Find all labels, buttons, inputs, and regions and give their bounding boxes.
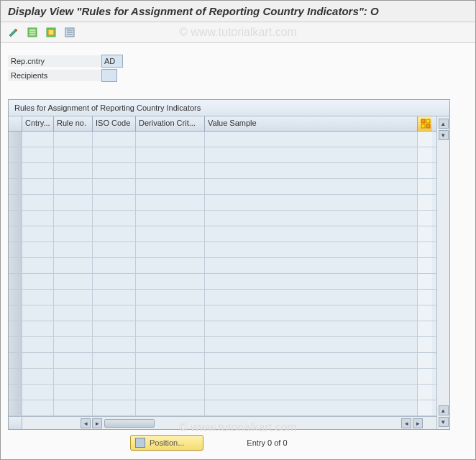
col-derivation-crit[interactable]: Derivation Crit... — [136, 116, 205, 131]
select-block-icon[interactable] — [44, 25, 58, 40]
table-row[interactable] — [9, 195, 436, 211]
position-icon — [135, 438, 145, 448]
hscroll-left-icon[interactable]: ▸ — [92, 418, 102, 428]
hscroll-first-icon[interactable]: ◂ — [81, 418, 91, 428]
table-row[interactable] — [9, 290, 436, 305]
table-row[interactable] — [9, 211, 436, 226]
col-country[interactable]: Cntry... — [22, 116, 54, 131]
table-row[interactable] — [9, 305, 436, 321]
toolbar — [1, 22, 475, 43]
table-section: Rules for Assignment of Reporting Countr… — [8, 99, 450, 430]
table-row[interactable] — [9, 242, 436, 258]
rep-country-label: Rep.cntry — [8, 55, 101, 67]
table-row[interactable] — [9, 147, 436, 163]
table-row[interactable] — [9, 226, 436, 242]
vscroll-up-icon[interactable]: ▴ — [439, 119, 449, 129]
table-row[interactable] — [9, 337, 436, 353]
table-header-row: Cntry... Rule no. ISO Code Derivation Cr… — [9, 116, 436, 132]
recipients-field[interactable] — [101, 69, 117, 82]
svg-rect-5 — [48, 29, 54, 35]
table-body — [9, 132, 436, 416]
table-row[interactable] — [9, 179, 436, 195]
recipients-label: Recipients — [8, 70, 101, 81]
select-all-icon[interactable] — [25, 25, 40, 40]
svg-rect-12 — [421, 124, 425, 128]
table-row[interactable] — [9, 400, 436, 416]
form-area: Rep.cntry Recipients — [1, 43, 475, 92]
svg-rect-13 — [426, 124, 430, 128]
table-row[interactable] — [9, 369, 436, 385]
vscroll-down2-icon[interactable]: ▴ — [439, 405, 449, 415]
table-row[interactable] — [9, 321, 436, 337]
table-row[interactable] — [9, 258, 436, 274]
table-row[interactable] — [9, 353, 436, 369]
col-rule-no[interactable]: Rule no. — [54, 116, 93, 131]
vscroll-up2-icon[interactable]: ▾ — [439, 130, 449, 140]
svg-rect-10 — [421, 119, 425, 123]
horizontal-scrollbar[interactable]: ◂ ▸ ◂ ▸ — [9, 416, 436, 429]
deselect-all-icon[interactable] — [63, 25, 77, 40]
table-row[interactable] — [9, 132, 436, 147]
table-config-icon[interactable] — [418, 116, 432, 131]
table-row[interactable] — [9, 385, 436, 400]
hscroll-thumb[interactable] — [104, 419, 155, 428]
row-selector-header[interactable] — [9, 116, 22, 131]
footer-bar: Position... Entry 0 of 0 — [1, 435, 475, 451]
vscroll-down-icon[interactable]: ▾ — [439, 417, 449, 427]
table-row[interactable] — [9, 274, 436, 290]
table-row[interactable] — [9, 163, 436, 179]
hscroll-last-icon[interactable]: ▸ — [413, 418, 423, 428]
col-value-sample[interactable]: Value Sample — [205, 116, 418, 131]
vertical-scrollbar[interactable]: ▴ ▾ ▴ ▾ — [436, 116, 449, 429]
entry-count-label: Entry 0 of 0 — [247, 438, 287, 447]
position-button[interactable]: Position... — [130, 435, 203, 451]
hscroll-right-icon[interactable]: ◂ — [401, 418, 411, 428]
change-display-icon[interactable] — [6, 25, 21, 40]
rep-country-field[interactable] — [101, 55, 123, 68]
svg-rect-11 — [426, 119, 430, 123]
table-title: Rules for Assignment of Reporting Countr… — [9, 100, 449, 116]
page-title: Display View "Rules for Assignment of Re… — [1, 1, 475, 22]
col-iso-code[interactable]: ISO Code — [93, 116, 136, 131]
